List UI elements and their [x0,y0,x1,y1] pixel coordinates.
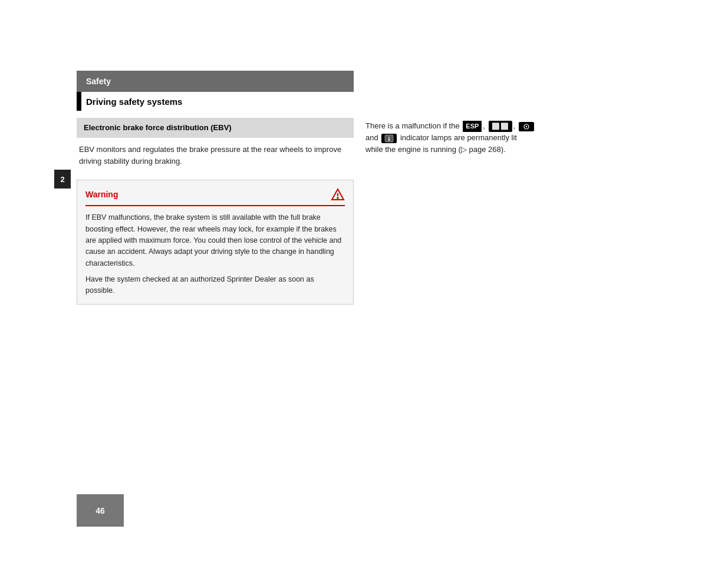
page-number: 46 [95,506,105,515]
indicator-badge-3 [519,122,534,131]
indicator-badge-2: ⬜⬜ [489,121,512,132]
main-content: 2 Electronic brake force distribution (E… [77,118,536,305]
left-column: 2 Electronic brake force distribution (E… [77,118,354,305]
driving-safety-bar: Driving safety systems [77,92,536,111]
and-text: and [365,133,380,142]
ebv-description: EBV monitors and regulates the brake pre… [77,144,354,173]
esp-badge: ESP [463,121,482,132]
warning-label: Warning [85,190,118,199]
svg-point-5 [526,125,527,127]
safety-header: Safety [77,71,354,92]
page-number-box: 46 [77,494,124,527]
warning-header: Warning [85,187,345,206]
section-number-badge: 2 [54,170,71,189]
warning-box: Warning If EBV malfunctions, the brake s… [77,180,354,305]
safety-header-text: Safety [86,77,111,86]
ebv-title-box: Electronic brake force distribution (EBV… [77,118,354,138]
right-text-before: There is a malfunction if the [365,121,460,130]
indicator-badge-4 [381,134,397,143]
driving-safety-title: Driving safety systems [86,97,182,107]
warning-paragraph-1: If EBV malfunctions, the brake system is… [85,212,345,269]
svg-point-7 [388,137,390,138]
svg-rect-8 [388,138,390,141]
svg-point-2 [337,197,338,199]
warning-body: If EBV malfunctions, the brake system is… [85,212,345,297]
warning-triangle-icon [331,187,345,201]
right-column: There is a malfunction if the ESP, ⬜⬜, a… [365,118,536,305]
warning-paragraph-2: Have the system checked at an authorized… [85,274,345,297]
section-black-bar [77,92,81,111]
